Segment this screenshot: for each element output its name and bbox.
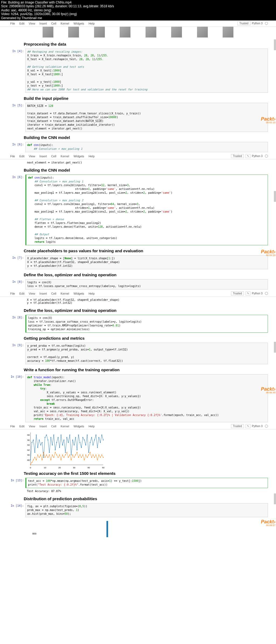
code-cell-6[interactable]: def cnn(inputs): ## Convolution + max_po… [25,175,268,245]
svg-point-98 [81,457,82,458]
svg-point-83 [59,455,60,455]
scrollbar-thumb[interactable] [274,493,276,504]
svg-point-100 [84,459,85,460]
code-cell-10[interactable]: def train_model(epoch): iterator.initial… [25,374,268,422]
jupyter-menubar: File Edit View Insert Cell Kernel Widget… [0,423,276,430]
menu-kernel[interactable]: Kernel [58,21,71,26]
svg-point-15 [34,452,35,453]
svg-point-97 [80,455,80,455]
svg-point-65 [33,459,34,460]
scrollbar-thumb[interactable] [274,39,276,50]
svg-point-95 [77,452,77,453]
menu-view[interactable]: View [27,424,37,429]
menu-kernel[interactable]: Kernel [58,154,71,159]
menu-edit[interactable]: Edit [17,291,27,296]
code-cell-6-partial[interactable]: def cnn(inputs): ## Convolution + max_po… [25,142,268,152]
code-cell-7[interactable]: X_placeholder_shape = [None] + list(X_tr… [25,255,268,269]
menu-insert[interactable]: Insert [37,21,49,26]
svg-point-103 [88,455,89,455]
svg-point-64 [32,462,32,463]
code-cell-9[interactable]: y_pred_proba = tf.nn.softmax(logits) y_p… [25,343,268,364]
svg-point-18 [39,439,40,440]
kernel-indicator[interactable]: Python 3 [252,155,263,158]
menu-edit[interactable]: Edit [17,21,27,26]
code-cell-5[interactable]: BATCH_SIZE = 128 train_dataset = tf.data… [25,103,268,132]
menu-help[interactable]: Help [86,424,97,429]
kernel-indicator[interactable]: Python 3 [252,22,263,25]
heading-loss: Define the loss, optimizer and training … [8,306,268,314]
kernel-indicator[interactable]: Python 3 [252,292,263,295]
menu-help[interactable]: Help [86,154,97,159]
menu-file[interactable]: File [8,424,17,429]
output-13: Test Accuracy: 87.87% [25,489,268,493]
menu-file[interactable]: File [8,291,17,296]
jupyter-menubar: File Edit View Insert Cell Kernel Widget… [0,291,276,297]
menu-insert[interactable]: Insert [37,424,49,429]
menu-view[interactable]: View [27,291,37,296]
menu-edit[interactable]: Edit [17,424,27,429]
edit-icon[interactable]: ✎ [246,154,250,158]
svg-point-20 [42,442,43,443]
fashion-mnist-thumbs [8,27,268,40]
menu-cell[interactable]: Cell [49,154,58,159]
menu-help[interactable]: Help [86,291,97,296]
menu-widgets[interactable]: Widgets [71,291,87,296]
svg-text:94: 94 [27,444,30,446]
scrollbar-thumb[interactable] [274,191,276,202]
svg-point-101 [85,455,86,455]
scrollbar-thumb[interactable] [274,342,276,353]
thumb-item [146,27,156,38]
code-cell-4[interactable]: ## Reshaping and rescaling images: X_tra… [25,49,268,93]
svg-text:20: 20 [58,466,61,469]
prompt-blank [8,161,25,165]
svg-point-110 [98,455,99,455]
menu-view[interactable]: View [27,21,37,26]
svg-point-113 [103,457,104,458]
menu-file[interactable]: File [8,154,17,159]
svg-text:88: 88 [27,459,30,461]
menu-cell[interactable]: Cell [49,291,58,296]
svg-point-12 [30,459,31,460]
trusted-badge[interactable]: Trusted [231,424,244,428]
menu-help[interactable]: Help [86,21,97,26]
code-cell-8[interactable]: logits = cnn(X) loss = tf.losses.sparse_… [25,315,268,333]
svg-point-86 [64,457,64,458]
menu-file[interactable]: File [8,21,17,26]
trusted-badge[interactable]: Trusted [231,291,244,295]
menu-cell[interactable]: Cell [49,21,58,26]
svg-point-31 [58,437,58,438]
code-cell-13[interactable]: test_acc = 100*np.mean(np.argmax(test_pr… [25,478,268,488]
menu-view[interactable]: View [27,154,37,159]
thumb-item [43,27,53,38]
kernel-indicator[interactable]: Python 3 [252,425,263,428]
prompt-in13: In [13]: [8,478,25,488]
trusted-badge[interactable]: Trusted [231,154,244,158]
menu-kernel[interactable]: Kernel [58,424,71,429]
menu-cell[interactable]: Cell [49,424,58,429]
heading-cnn: Building the CNN model [8,166,268,173]
svg-text:0: 0 [30,466,31,469]
menu-kernel[interactable]: Kernel [58,291,71,296]
code-cell-14[interactable]: fig, ax = plt.subplots(figsize=(8,5)) pr… [25,503,268,517]
svg-point-79 [53,457,54,458]
thumb-item [68,27,79,38]
trusted-badge[interactable]: Trusted [237,21,250,25]
menu-widgets[interactable]: Widgets [71,21,87,26]
timestamp-1: 00:02:15 [266,121,275,124]
prompt-in8: In [8]: [8,315,25,333]
svg-point-34 [62,445,63,445]
prompt-in5: In [5]: [8,103,25,132]
edit-icon[interactable]: ✎ [246,291,250,295]
meta-gen: Generated by Thumbnail me [1,16,275,20]
svg-point-17 [37,447,38,448]
menu-insert[interactable]: Insert [37,154,49,159]
menu-widgets[interactable]: Widgets [71,154,87,159]
prompt-blank [8,489,25,493]
edit-icon[interactable]: ✎ [246,424,250,428]
menu-edit[interactable]: Edit [17,154,27,159]
menu-insert[interactable]: Insert [37,291,49,296]
svg-point-57 [96,435,96,435]
svg-point-44 [77,449,77,450]
menu-widgets[interactable]: Widgets [71,424,87,429]
code-cell-8-partial[interactable]: logits = cnn(X) loss = tf.losses.sparse_… [25,279,268,289]
